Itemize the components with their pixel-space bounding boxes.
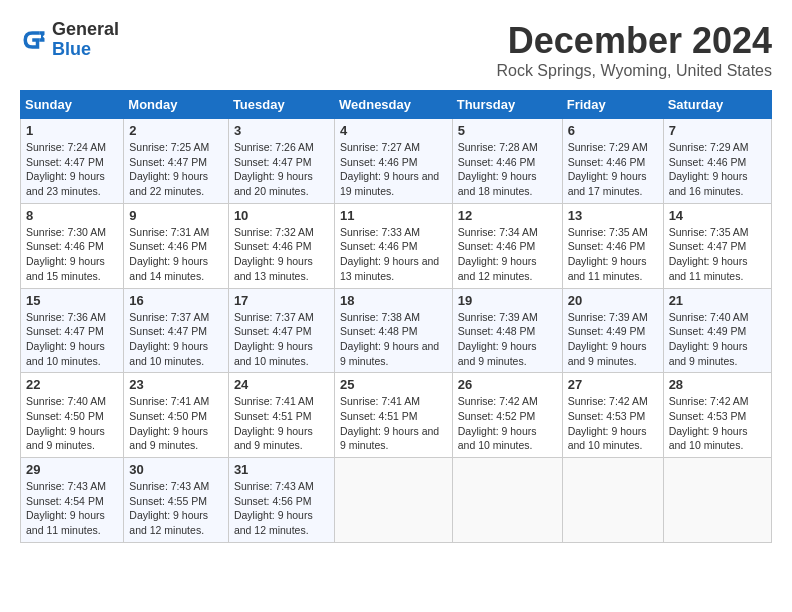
day-number: 3 (234, 123, 329, 138)
calendar-cell (452, 458, 562, 543)
header: General Blue December 2024 Rock Springs,… (20, 20, 772, 80)
day-detail: Sunrise: 7:43 AM Sunset: 4:54 PM Dayligh… (26, 479, 118, 538)
calendar-cell: 2 Sunrise: 7:25 AM Sunset: 4:47 PM Dayli… (124, 119, 229, 204)
day-detail: Sunrise: 7:24 AM Sunset: 4:47 PM Dayligh… (26, 140, 118, 199)
calendar-cell: 3 Sunrise: 7:26 AM Sunset: 4:47 PM Dayli… (228, 119, 334, 204)
calendar-header-row: SundayMondayTuesdayWednesdayThursdayFrid… (21, 91, 772, 119)
day-detail: Sunrise: 7:39 AM Sunset: 4:48 PM Dayligh… (458, 310, 557, 369)
day-detail: Sunrise: 7:42 AM Sunset: 4:52 PM Dayligh… (458, 394, 557, 453)
day-detail: Sunrise: 7:25 AM Sunset: 4:47 PM Dayligh… (129, 140, 223, 199)
day-detail: Sunrise: 7:35 AM Sunset: 4:47 PM Dayligh… (669, 225, 766, 284)
day-number: 5 (458, 123, 557, 138)
day-number: 26 (458, 377, 557, 392)
title-area: December 2024 Rock Springs, Wyoming, Uni… (496, 20, 772, 80)
day-detail: Sunrise: 7:43 AM Sunset: 4:56 PM Dayligh… (234, 479, 329, 538)
day-detail: Sunrise: 7:38 AM Sunset: 4:48 PM Dayligh… (340, 310, 447, 369)
calendar-cell: 27 Sunrise: 7:42 AM Sunset: 4:53 PM Dayl… (562, 373, 663, 458)
day-detail: Sunrise: 7:33 AM Sunset: 4:46 PM Dayligh… (340, 225, 447, 284)
day-number: 12 (458, 208, 557, 223)
day-detail: Sunrise: 7:41 AM Sunset: 4:51 PM Dayligh… (340, 394, 447, 453)
day-detail: Sunrise: 7:27 AM Sunset: 4:46 PM Dayligh… (340, 140, 447, 199)
calendar-cell: 13 Sunrise: 7:35 AM Sunset: 4:46 PM Dayl… (562, 203, 663, 288)
calendar-cell: 4 Sunrise: 7:27 AM Sunset: 4:46 PM Dayli… (334, 119, 452, 204)
calendar-cell: 24 Sunrise: 7:41 AM Sunset: 4:51 PM Dayl… (228, 373, 334, 458)
day-number: 19 (458, 293, 557, 308)
calendar-week-row: 22 Sunrise: 7:40 AM Sunset: 4:50 PM Dayl… (21, 373, 772, 458)
day-number: 29 (26, 462, 118, 477)
calendar-cell: 22 Sunrise: 7:40 AM Sunset: 4:50 PM Dayl… (21, 373, 124, 458)
day-detail: Sunrise: 7:31 AM Sunset: 4:46 PM Dayligh… (129, 225, 223, 284)
day-number: 4 (340, 123, 447, 138)
day-detail: Sunrise: 7:43 AM Sunset: 4:55 PM Dayligh… (129, 479, 223, 538)
calendar-table: SundayMondayTuesdayWednesdayThursdayFrid… (20, 90, 772, 543)
day-detail: Sunrise: 7:40 AM Sunset: 4:49 PM Dayligh… (669, 310, 766, 369)
calendar-cell (562, 458, 663, 543)
calendar-cell (334, 458, 452, 543)
day-detail: Sunrise: 7:29 AM Sunset: 4:46 PM Dayligh… (669, 140, 766, 199)
day-detail: Sunrise: 7:30 AM Sunset: 4:46 PM Dayligh… (26, 225, 118, 284)
calendar-cell: 17 Sunrise: 7:37 AM Sunset: 4:47 PM Dayl… (228, 288, 334, 373)
logo: General Blue (20, 20, 119, 60)
day-detail: Sunrise: 7:37 AM Sunset: 4:47 PM Dayligh… (129, 310, 223, 369)
day-detail: Sunrise: 7:40 AM Sunset: 4:50 PM Dayligh… (26, 394, 118, 453)
day-number: 8 (26, 208, 118, 223)
day-number: 2 (129, 123, 223, 138)
day-detail: Sunrise: 7:36 AM Sunset: 4:47 PM Dayligh… (26, 310, 118, 369)
day-number: 22 (26, 377, 118, 392)
day-detail: Sunrise: 7:39 AM Sunset: 4:49 PM Dayligh… (568, 310, 658, 369)
calendar-cell: 5 Sunrise: 7:28 AM Sunset: 4:46 PM Dayli… (452, 119, 562, 204)
day-number: 14 (669, 208, 766, 223)
day-detail: Sunrise: 7:37 AM Sunset: 4:47 PM Dayligh… (234, 310, 329, 369)
calendar-cell: 7 Sunrise: 7:29 AM Sunset: 4:46 PM Dayli… (663, 119, 771, 204)
calendar-cell: 16 Sunrise: 7:37 AM Sunset: 4:47 PM Dayl… (124, 288, 229, 373)
day-header-monday: Monday (124, 91, 229, 119)
day-number: 30 (129, 462, 223, 477)
calendar-cell: 12 Sunrise: 7:34 AM Sunset: 4:46 PM Dayl… (452, 203, 562, 288)
day-header-friday: Friday (562, 91, 663, 119)
calendar-cell: 20 Sunrise: 7:39 AM Sunset: 4:49 PM Dayl… (562, 288, 663, 373)
day-header-thursday: Thursday (452, 91, 562, 119)
day-detail: Sunrise: 7:42 AM Sunset: 4:53 PM Dayligh… (568, 394, 658, 453)
day-number: 9 (129, 208, 223, 223)
day-detail: Sunrise: 7:26 AM Sunset: 4:47 PM Dayligh… (234, 140, 329, 199)
day-number: 27 (568, 377, 658, 392)
day-number: 11 (340, 208, 447, 223)
calendar-week-row: 15 Sunrise: 7:36 AM Sunset: 4:47 PM Dayl… (21, 288, 772, 373)
calendar-cell (663, 458, 771, 543)
day-header-saturday: Saturday (663, 91, 771, 119)
day-number: 23 (129, 377, 223, 392)
calendar-cell: 11 Sunrise: 7:33 AM Sunset: 4:46 PM Dayl… (334, 203, 452, 288)
calendar-cell: 18 Sunrise: 7:38 AM Sunset: 4:48 PM Dayl… (334, 288, 452, 373)
day-number: 31 (234, 462, 329, 477)
day-number: 7 (669, 123, 766, 138)
day-header-tuesday: Tuesday (228, 91, 334, 119)
day-header-wednesday: Wednesday (334, 91, 452, 119)
day-number: 25 (340, 377, 447, 392)
day-detail: Sunrise: 7:29 AM Sunset: 4:46 PM Dayligh… (568, 140, 658, 199)
logo-icon (20, 26, 48, 54)
calendar-cell: 9 Sunrise: 7:31 AM Sunset: 4:46 PM Dayli… (124, 203, 229, 288)
day-number: 28 (669, 377, 766, 392)
day-number: 13 (568, 208, 658, 223)
day-detail: Sunrise: 7:35 AM Sunset: 4:46 PM Dayligh… (568, 225, 658, 284)
day-number: 1 (26, 123, 118, 138)
day-number: 17 (234, 293, 329, 308)
day-detail: Sunrise: 7:41 AM Sunset: 4:51 PM Dayligh… (234, 394, 329, 453)
calendar-cell: 30 Sunrise: 7:43 AM Sunset: 4:55 PM Dayl… (124, 458, 229, 543)
calendar-week-row: 29 Sunrise: 7:43 AM Sunset: 4:54 PM Dayl… (21, 458, 772, 543)
day-number: 10 (234, 208, 329, 223)
day-number: 6 (568, 123, 658, 138)
calendar-cell: 21 Sunrise: 7:40 AM Sunset: 4:49 PM Dayl… (663, 288, 771, 373)
day-number: 20 (568, 293, 658, 308)
calendar-cell: 26 Sunrise: 7:42 AM Sunset: 4:52 PM Dayl… (452, 373, 562, 458)
day-detail: Sunrise: 7:34 AM Sunset: 4:46 PM Dayligh… (458, 225, 557, 284)
calendar-week-row: 1 Sunrise: 7:24 AM Sunset: 4:47 PM Dayli… (21, 119, 772, 204)
day-detail: Sunrise: 7:28 AM Sunset: 4:46 PM Dayligh… (458, 140, 557, 199)
calendar-title: December 2024 (496, 20, 772, 62)
day-detail: Sunrise: 7:41 AM Sunset: 4:50 PM Dayligh… (129, 394, 223, 453)
calendar-cell: 28 Sunrise: 7:42 AM Sunset: 4:53 PM Dayl… (663, 373, 771, 458)
day-header-sunday: Sunday (21, 91, 124, 119)
calendar-cell: 19 Sunrise: 7:39 AM Sunset: 4:48 PM Dayl… (452, 288, 562, 373)
day-number: 21 (669, 293, 766, 308)
day-number: 18 (340, 293, 447, 308)
